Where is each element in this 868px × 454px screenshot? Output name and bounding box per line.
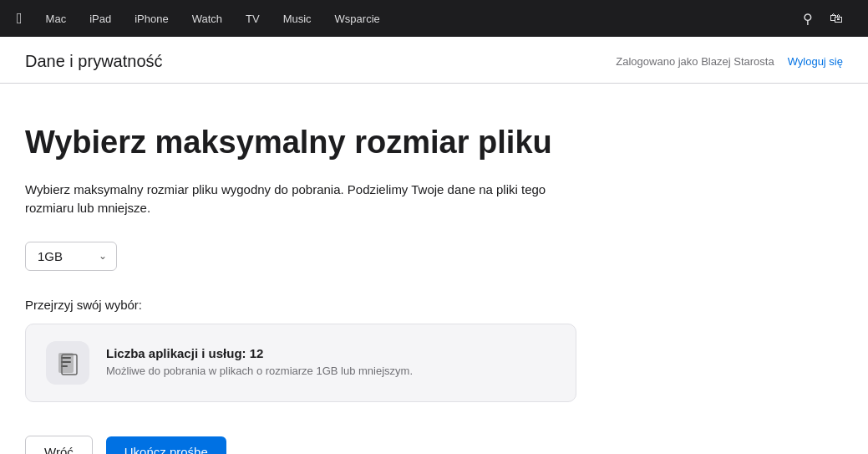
header-bar: Dane i prywatność Zalogowano jako Blazej… (0, 37, 868, 84)
nav-item-iphone[interactable]: iPhone (123, 13, 180, 25)
nav-item-watch[interactable]: Watch (180, 13, 234, 25)
file-size-select[interactable]: 1GB 2GB 5GB 10GB 25GB 50GB 75GB (25, 242, 117, 271)
page-section-title: Dane i prywatność (25, 52, 163, 71)
nav-item-wsparcie[interactable]: Wsparcie (323, 13, 392, 25)
main-content: Wybierz maksymalny rozmiar pliku Wybierz… (0, 84, 618, 454)
page-title: Wybierz maksymalny rozmiar pliku (25, 125, 593, 161)
button-row: Wróć Ukończ prośbę (25, 436, 593, 454)
logged-in-label: Zalogowano jako Blazej Starosta (616, 55, 774, 68)
description-text: Wybierz maksymalny rozmiar pliku wygodny… (25, 181, 568, 218)
logout-button[interactable]: Wyloguj się (788, 55, 843, 68)
document-list-icon (46, 341, 89, 385)
svg-rect-1 (61, 357, 71, 359)
apple-logo-icon[interactable]:  (17, 10, 34, 28)
nav-item-mac[interactable]: Mac (34, 13, 79, 25)
file-size-select-wrapper[interactable]: 1GB 2GB 5GB 10GB 25GB 50GB 75GB ⌄ (25, 242, 117, 271)
nav-item-ipad[interactable]: iPad (78, 13, 123, 25)
nav-item-tv[interactable]: TV (234, 13, 272, 25)
info-card-description: Możliwe do pobrania w plikach o rozmiarz… (106, 364, 413, 379)
info-card-text: Liczba aplikacji i usług: 12 Możliwe do … (106, 346, 413, 379)
finish-button[interactable]: Ukończ prośbę (106, 436, 226, 454)
search-icon[interactable]: ⚲ (794, 11, 821, 27)
review-label: Przejrzyj swój wybór: (25, 298, 593, 312)
info-card: Liczba aplikacji i usług: 12 Możliwe do … (25, 324, 576, 402)
bag-icon[interactable]: 🛍 (821, 11, 851, 26)
back-button[interactable]: Wróć (25, 436, 93, 454)
svg-rect-2 (61, 361, 71, 363)
info-card-title: Liczba aplikacji i usług: 12 (106, 346, 413, 360)
nav-item-music[interactable]: Music (272, 13, 323, 25)
